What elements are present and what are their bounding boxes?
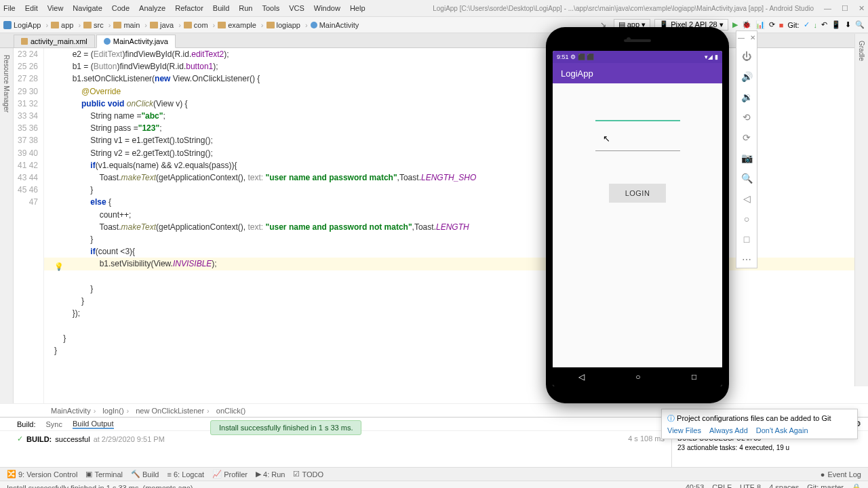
git-branch[interactable]: Git: master xyxy=(807,483,844,488)
maximize-icon[interactable]: ☐ xyxy=(842,4,848,13)
debug-icon[interactable]: 🐞 xyxy=(742,20,751,29)
rotate-right-icon[interactable]: ⟳ xyxy=(743,132,751,143)
profile-icon[interactable]: 📊 xyxy=(755,20,765,29)
build-label: Build: xyxy=(17,420,36,428)
app-bar: LogiApp xyxy=(553,63,722,83)
menu-build[interactable]: Build xyxy=(213,4,229,12)
lock-icon[interactable]: 🔒 xyxy=(852,483,861,488)
ide-status-bar: Install successfully finished in 1 s 33 … xyxy=(0,481,868,488)
tab-main-activity[interactable]: MainActivity.java xyxy=(96,35,176,48)
menu-tools[interactable]: Tools xyxy=(262,4,279,12)
tool-vcs[interactable]: 🔀 9: Version Control xyxy=(7,470,77,479)
more-icon[interactable]: ⋯ xyxy=(742,254,751,265)
build-tree[interactable]: ✓ BUILD: successful at 2/29/2020 9:51 PM… xyxy=(0,431,671,468)
cb-listener[interactable]: new OnClickListener xyxy=(136,407,210,415)
emu-minimize-icon[interactable]: — xyxy=(738,34,745,41)
build-result: successful xyxy=(55,435,90,443)
menu-window[interactable]: Window xyxy=(314,4,340,12)
tool-terminal[interactable]: ▣ Terminal xyxy=(85,470,123,479)
git-update-icon[interactable]: ✓ xyxy=(804,20,810,29)
indent[interactable]: 4 spaces xyxy=(769,483,799,488)
minimize-icon[interactable]: — xyxy=(824,4,831,13)
tool-build[interactable]: 🔨 Build xyxy=(131,470,159,479)
emu-home-icon[interactable]: ○ xyxy=(744,214,749,224)
attach-icon[interactable]: ⟳ xyxy=(769,20,775,29)
menu-edit[interactable]: Edit xyxy=(25,4,38,12)
menu-view[interactable]: View xyxy=(47,4,64,12)
tool-run[interactable]: ▶ 4: Run xyxy=(256,470,285,479)
right-sidebar[interactable]: Gradle xyxy=(854,34,868,386)
phone-screen[interactable]: 9:51 ⚙ ⬛ ⬛ ▾◢ ▮ LogiApp LOGIN ↖ ◁ ○ □ xyxy=(553,51,722,386)
check-icon: ✓ xyxy=(17,434,23,443)
menu-vcs[interactable]: VCS xyxy=(289,4,304,12)
line-ending[interactable]: CRLF xyxy=(712,483,732,488)
mouse-cursor-icon: ↖ xyxy=(603,134,610,144)
cb-login[interactable]: logIn() xyxy=(102,407,129,415)
bc-src[interactable]: src xyxy=(83,21,111,29)
bc-example[interactable]: example xyxy=(218,21,263,29)
volume-up-icon[interactable]: 🔊 xyxy=(741,71,753,82)
cb-onclick[interactable]: onClick() xyxy=(216,407,245,415)
menu-navigate[interactable]: Navigate xyxy=(73,4,102,12)
emu-overview-icon[interactable]: □ xyxy=(744,234,749,245)
menu-help[interactable]: Help xyxy=(350,4,366,12)
tab-activity-main[interactable]: activity_main.xml xyxy=(14,35,95,47)
git-link-view[interactable]: View Files xyxy=(667,426,701,434)
build-tab-sync[interactable]: Sync xyxy=(46,420,62,428)
tool-profiler[interactable]: 📈 Profiler xyxy=(212,470,248,479)
tool-logcat[interactable]: ≡ 6: Logcat xyxy=(167,470,204,479)
username-input[interactable] xyxy=(595,104,680,121)
emu-close-icon[interactable]: ✕ xyxy=(750,34,755,41)
bc-main[interactable]: main xyxy=(113,21,147,29)
xml-icon xyxy=(21,38,28,45)
console-line: 23 actionable tasks: 4 executed, 19 u xyxy=(677,443,863,453)
power-icon[interactable]: ⏻ xyxy=(742,51,751,62)
window-controls: — ☐ ✕ xyxy=(824,4,865,13)
volume-down-icon[interactable]: 🔉 xyxy=(741,92,753,102)
back-button[interactable]: ◁ xyxy=(578,372,585,382)
search-icon[interactable]: 🔍 xyxy=(855,20,865,29)
folder-icon xyxy=(218,22,226,28)
git-commit-icon[interactable]: ↓ xyxy=(814,21,818,29)
emulator-toolbar: —✕ ⏻ 🔊 🔉 ⟲ ⟳ 📷 🔍 ◁ ○ □ ⋯ xyxy=(736,30,757,268)
build-tab-output[interactable]: Build Output xyxy=(73,420,114,429)
left-sidebar[interactable]: Resource Manager xyxy=(0,48,14,403)
stop-icon[interactable]: ■ xyxy=(779,21,784,29)
menu-code[interactable]: Code xyxy=(112,4,130,12)
git-link-dont[interactable]: Don't Ask Again xyxy=(756,426,808,434)
recents-button[interactable]: □ xyxy=(692,372,696,382)
avd-icon[interactable]: 📱 xyxy=(831,20,841,29)
run-icon[interactable]: ▶ xyxy=(732,20,738,29)
menu-run[interactable]: Run xyxy=(239,4,252,12)
bc-class[interactable]: MainActivity xyxy=(311,21,359,29)
menu-file[interactable]: File xyxy=(3,4,16,12)
cb-class[interactable]: MainActivity xyxy=(51,407,96,415)
sdk-icon[interactable]: ⬇ xyxy=(845,20,851,29)
screenshot-icon[interactable]: 📷 xyxy=(741,152,753,163)
home-button[interactable]: ○ xyxy=(635,372,640,382)
bc-root[interactable]: LogiApp xyxy=(3,21,48,29)
breadcrumb: LogiApp app src main java com example lo… xyxy=(3,21,359,29)
folder-icon xyxy=(113,22,121,28)
bc-app[interactable]: app xyxy=(51,21,81,29)
bc-com[interactable]: com xyxy=(184,21,215,29)
bc-logiapp[interactable]: logiapp xyxy=(267,21,308,29)
menu-analyze[interactable]: Analyze xyxy=(139,4,165,12)
emu-back-icon[interactable]: ◁ xyxy=(743,193,751,204)
login-button[interactable]: LOGIN xyxy=(609,184,667,203)
encoding[interactable]: UTF-8 xyxy=(740,483,761,488)
rotate-left-icon[interactable]: ⟲ xyxy=(743,112,751,123)
git-history-icon[interactable]: ↶ xyxy=(821,20,827,29)
window-title: LogiApp [C:\Users\sorde\Desktop\LogiApp]… xyxy=(433,5,814,12)
build-at: at 2/29/2020 9:51 PM xyxy=(94,435,165,443)
close-icon[interactable]: ✕ xyxy=(859,4,865,13)
install-toast: Install successfully finished in 1 s 33 … xyxy=(210,420,361,435)
bc-java[interactable]: java xyxy=(150,21,181,29)
bottom-tool-bar: 🔀 9: Version Control ▣ Terminal 🔨 Build … xyxy=(0,467,868,481)
zoom-icon[interactable]: 🔍 xyxy=(741,173,753,184)
menu-refactor[interactable]: Refactor xyxy=(175,4,203,12)
event-log[interactable]: ● Event Log xyxy=(821,470,861,479)
intention-bulb-icon[interactable]: 💡 xyxy=(54,262,64,271)
git-link-always[interactable]: Always Add xyxy=(709,426,748,434)
tool-todo[interactable]: ☑ TODO xyxy=(293,470,323,479)
